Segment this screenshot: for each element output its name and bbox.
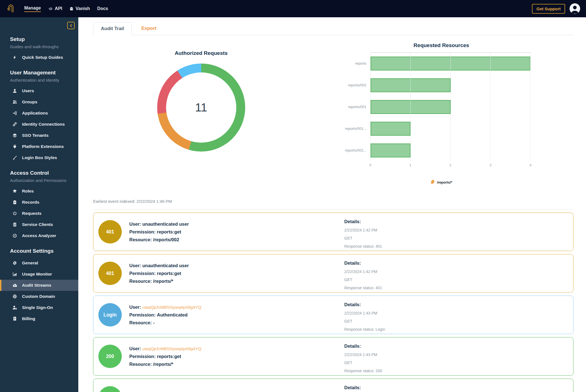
ghost-icon [69, 7, 74, 11]
sidebar-item-single-sign-on[interactable]: Single Sign-On [0, 302, 78, 313]
section-title: User Management [0, 70, 78, 76]
sidebar-item-audit-streams[interactable]: Audit Streams [0, 280, 78, 291]
sidebar-item-label: Single Sign-On [22, 305, 53, 310]
sidebar-item-label: Usage Monitor [22, 272, 52, 277]
divider [93, 209, 573, 210]
chart-legend[interactable]: /reports/* [431, 180, 452, 185]
status-badge: 401 [98, 220, 122, 244]
link-icon [12, 122, 17, 126]
nav-link-manage[interactable]: Manage [24, 6, 41, 12]
invoice-icon [12, 316, 17, 321]
tick-label: 4 [529, 163, 532, 167]
sidebar-item-records[interactable]: Records [0, 197, 78, 208]
bar-label: reports/002... [319, 139, 370, 161]
chart-title: Requested Resources [414, 42, 469, 48]
user-icon [12, 89, 17, 93]
sidebar-item-label: Access Analyzer [22, 233, 56, 238]
user-id-link[interactable]: uiaqQjcfcMB5Siywq4p49g4YQ [142, 346, 201, 351]
sidebar-item-label: Users [22, 88, 34, 93]
tick-label: 0 [369, 163, 371, 167]
sidebar-item-label: Billing [22, 316, 35, 321]
status-badge: 401 [98, 262, 122, 285]
status-badge: 200 [98, 345, 122, 368]
bar-label: reports [319, 52, 370, 74]
chart-title: Authorized Requests [175, 50, 228, 56]
user-avatar-icon[interactable] [569, 3, 580, 14]
audit-event-card: 401 User: unauthenticated user Permissio… [93, 254, 573, 293]
sidebar-item-roles[interactable]: Roles [0, 186, 78, 197]
permission-line: Permission: reports:get [129, 354, 201, 359]
tab-bar: Audit Trail Export [93, 22, 573, 35]
sidebar-item-groups[interactable]: Groups [0, 96, 78, 108]
sidebar-item-sso-tenants[interactable]: SSO Tenants [0, 130, 78, 141]
sidebar-section-access-control: Access Control Authorization and Permiss… [0, 170, 78, 241]
details-title: Details: [344, 344, 382, 349]
sidebar-section-user-management: User Management Authentication and Ident… [0, 70, 78, 163]
brush-icon [12, 155, 17, 160]
user-line: User: unauthenticated user [129, 263, 189, 268]
sidebar-item-label: Login Box Styles [22, 155, 57, 160]
sidebar-item-applications[interactable]: Applications [0, 108, 78, 119]
sidebar-item-label: SSO Tenants [22, 133, 48, 138]
user-key-icon [12, 305, 17, 310]
code-icon [48, 7, 53, 11]
event-method: GET [344, 277, 382, 282]
sidebar-item-label: Service Clients [22, 222, 53, 227]
section-title: Access Control [0, 170, 78, 176]
nav-link-label: Docs [97, 6, 108, 11]
nav-link-api[interactable]: API [48, 6, 62, 11]
sidebar-item-login-box-styles[interactable]: Login Box Styles [0, 152, 78, 163]
authress-logo-icon[interactable] [7, 4, 15, 13]
event-time: 2/22/2024 1:42 PM [344, 269, 382, 274]
sidebar-item-label: Platform Extensions [22, 144, 64, 149]
get-support-button[interactable]: Get Support [532, 4, 565, 14]
nav-link-vanish[interactable]: Vanish [69, 6, 90, 11]
sidebar-item-general[interactable]: General [0, 257, 78, 269]
user-line: User: unauthenticated user [129, 221, 189, 227]
tick-label: 1 [409, 163, 412, 167]
event-method: GET [344, 236, 382, 240]
clipboard-icon [12, 200, 17, 204]
sidebar-item-label: Roles [22, 189, 34, 194]
event-time: 2/22/2024 1:42 PM [344, 228, 382, 232]
status-badge: Login [98, 303, 122, 327]
sidebar-item-platform-extensions[interactable]: Platform Extensions [0, 141, 78, 152]
users-icon [12, 100, 17, 104]
user-line: User: uiaqQjcfcMB5Siywq4p49g4YQ [129, 346, 201, 351]
sidebar-item-label: General [22, 260, 38, 266]
resource-line: Resource: /reports/* [129, 279, 189, 284]
earliest-event-text: Earliest event indexed: 2/22/2024 1:46 P… [93, 199, 573, 204]
sidebar-collapse-button[interactable] [67, 22, 75, 29]
audit-event-card: 200 User: uiaqQjcfcMB5Siywq4p49g4YQ Perm… [93, 337, 573, 376]
authorized-requests-pane: Authorized Requests 11 [93, 40, 309, 185]
event-response: Response status: Login [344, 327, 385, 332]
user-id-link[interactable]: uiaqQjcfcMB5Siywq4p49g4YQ [142, 305, 201, 310]
sidebar-item-requests[interactable]: Requests [0, 208, 78, 219]
sidebar-item-quick-setup-guides[interactable]: Quick Setup Guides [0, 52, 78, 63]
status-badge [98, 386, 122, 392]
permission-line: Permission: reports:get [129, 271, 189, 276]
event-time: 2/22/2024 1:43 PM [344, 311, 385, 315]
bar-label: reports/001... [319, 118, 370, 139]
donut-center-value: 11 [157, 64, 245, 152]
tab-export[interactable]: Export [141, 26, 156, 35]
nav-link-docs[interactable]: Docs [97, 6, 108, 11]
sidebar-item-service-clients[interactable]: Service Clients [0, 219, 78, 230]
sidebar-item-custom-domain[interactable]: Custom Domain [0, 291, 78, 302]
cloud-icon [12, 283, 17, 288]
bar-plot-area [370, 52, 531, 161]
sidebar-item-usage-monitor[interactable]: Usage Monitor [0, 269, 78, 280]
top-navbar: Manage API Vanish Docs Get Support [0, 0, 586, 17]
sidebar-item-label: Custom Domain [22, 294, 55, 299]
sidebar-item-billing[interactable]: Billing [0, 313, 78, 324]
bar [371, 143, 411, 157]
check-circle-icon [12, 233, 17, 238]
sidebar-item-identity-connections[interactable]: Identity Connections [0, 119, 78, 130]
bar-label: reports/001 [319, 96, 370, 118]
bolt-icon [12, 55, 17, 60]
resource-line: Resource: /reports/002 [129, 237, 189, 242]
tab-audit-trail[interactable]: Audit Trail [93, 22, 132, 35]
sidebar-item-access-analyzer[interactable]: Access Analyzer [0, 230, 78, 241]
details-title: Details: [344, 219, 382, 224]
sidebar-item-users[interactable]: Users [0, 85, 78, 96]
